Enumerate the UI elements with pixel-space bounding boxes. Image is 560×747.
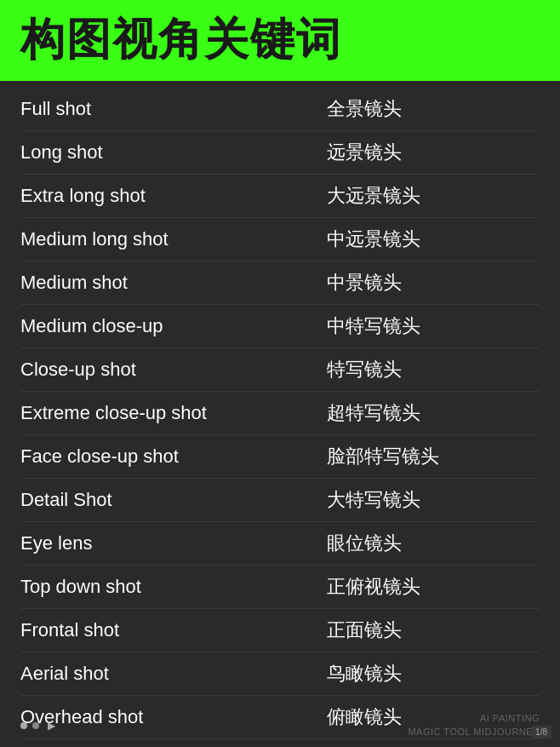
english-term: Face close-up shot (20, 445, 327, 468)
english-term: Extra long shot (20, 185, 327, 207)
chinese-term: 鸟瞰镜头 (327, 661, 402, 687)
english-term: Extreme close-up shot (20, 402, 327, 424)
chinese-term: 全景镜头 (327, 96, 402, 122)
page-number: 1/8 (531, 726, 551, 738)
english-term: Medium shot (20, 272, 327, 294)
footer-left: ▶ (20, 720, 55, 732)
english-term: Detail Shot (20, 489, 327, 511)
table-row: Close-up shot特写镜头 (20, 348, 540, 392)
table-row: Eye lens眼位镜头 (20, 522, 540, 566)
chinese-term: 大特写镜头 (327, 487, 420, 513)
table-row: Medium shot中景镜头 (20, 261, 540, 305)
english-term: Aerial shot (20, 663, 327, 685)
dot-1 (20, 722, 27, 729)
table-row: Medium long shot中远景镜头 (20, 218, 540, 261)
table-row: Long shot远景镜头 (20, 131, 540, 175)
play-icon[interactable]: ▶ (48, 720, 55, 732)
chinese-term: 中景镜头 (327, 270, 402, 296)
table-row: Extreme close-up shot超特写镜头 (20, 392, 540, 435)
english-term: Long shot (20, 141, 327, 164)
content-area: Full shot全景镜头Long shot远景镜头Extra long sho… (0, 81, 560, 747)
chinese-term: 眼位镜头 (327, 531, 402, 556)
header: 构图视角关键词 (0, 0, 560, 81)
footer-line2: MAGIC TOOL MIDJOURNEY (408, 726, 540, 738)
footer-right: AI PAINTING MAGIC TOOL MIDJOURNEY (408, 712, 540, 738)
footer: ▶ AI PAINTING MAGIC TOOL MIDJOURNEY (0, 712, 560, 738)
table-row: Aerial shot鸟瞰镜头 (20, 652, 540, 696)
english-term: Close-up shot (20, 359, 327, 381)
header-title: 构图视角关键词 (20, 15, 540, 64)
chinese-term: 正面镜头 (327, 618, 402, 643)
english-term: Top down shot (20, 576, 327, 598)
table-row: Frontal shot正面镜头 (20, 609, 540, 652)
english-term: Full shot (20, 98, 327, 120)
english-term: Frontal shot (20, 619, 327, 641)
table-row: Face close-up shot脸部特写镜头 (20, 435, 540, 479)
chinese-term: 远景镜头 (327, 140, 402, 165)
chinese-term: 中远景镜头 (327, 227, 420, 252)
english-term: Eye lens (20, 532, 327, 555)
table-row: Wide shot宽景镜头 (20, 739, 540, 747)
table-row: Medium close-up中特写镜头 (20, 305, 540, 348)
chinese-term: 超特写镜头 (327, 400, 420, 426)
english-term: Medium close-up (20, 315, 327, 337)
table-row: Detail Shot大特写镜头 (20, 479, 540, 522)
chinese-term: 脸部特写镜头 (327, 444, 439, 469)
chinese-term: 中特写镜头 (327, 313, 420, 339)
footer-line1: AI PAINTING (408, 712, 540, 725)
english-term: Medium long shot (20, 228, 327, 250)
chinese-term: 特写镜头 (327, 357, 402, 382)
dot-2 (32, 722, 39, 729)
table-row: Top down shot正俯视镜头 (20, 566, 540, 609)
chinese-term: 大远景镜头 (327, 183, 420, 209)
table-row: Full shot全景镜头 (20, 88, 540, 131)
chinese-term: 正俯视镜头 (327, 574, 420, 600)
table-row: Extra long shot大远景镜头 (20, 175, 540, 218)
